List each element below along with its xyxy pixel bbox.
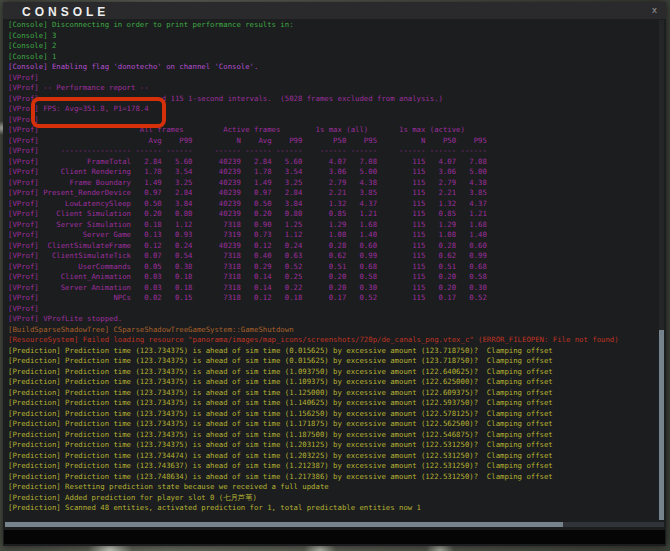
console-line: [VProf] -- Performance report -- <box>8 83 658 94</box>
console-line: [VProf] <box>8 304 658 315</box>
console-line: [Prediction] Prediction time (123.748634… <box>8 472 658 483</box>
console-line: [VProf] FPS: Avg=351.8, P1=178.4 <box>8 104 658 115</box>
console-line: [Prediction] Prediction time (123.734375… <box>8 377 658 388</box>
console-line: [VProf] Server Animation 0.03 0.18 7318 … <box>8 283 658 294</box>
console-titlebar: CONSOLE x <box>3 2 666 19</box>
window-title: CONSOLE <box>22 5 109 19</box>
console-line: [Prediction] Prediction time (123.734375… <box>8 419 658 430</box>
console-line: [Prediction] Scanned 48 entities, activa… <box>8 503 658 514</box>
console-line: [Prediction] Resetting prediction state … <box>8 482 658 493</box>
console-line: [VProf] <box>8 73 658 84</box>
console-input[interactable] <box>4 530 665 544</box>
console-line: [VProf] ---------------- ------ ------ -… <box>8 146 658 157</box>
console-line: [VProf] <box>8 115 658 126</box>
console-line: [VProf] Client Rendering 1.78 3.54 40239… <box>8 167 658 178</box>
console-line: [VProf] Avg P99 N Avg P99 P50 P95 N P50 … <box>8 136 658 147</box>
console-line: [Prediction] Prediction time (123.734375… <box>8 346 658 357</box>
console-line: [Console] 3 <box>8 31 658 42</box>
console-line: [VProf] VProfLite stopped. <box>8 314 658 325</box>
horizontal-scrollbar-thumb[interactable] <box>5 522 563 527</box>
console-line: [VProf] Present_RenderDevice 0.97 2.84 4… <box>8 188 658 199</box>
console-line: [Console] Disconnecting in order to prin… <box>8 20 658 31</box>
console-log: [Console] Disconnecting in order to prin… <box>8 20 658 518</box>
console-line: [VProf] All frames Active frames 1s max … <box>8 125 658 136</box>
console-line: [VProf] UserCommands 0.05 0.38 7318 0.29… <box>8 262 658 273</box>
console-line: [Prediction] Prediction time (123.734375… <box>8 409 658 420</box>
console-line: [VProf] Server Simulation 0.18 1.12 7318… <box>8 220 658 231</box>
vertical-scrollbar-thumb[interactable] <box>659 330 664 520</box>
console-window: CONSOLE x [Console] Disconnecting in ord… <box>3 2 666 546</box>
console-line: [Console] 1 <box>8 52 658 63</box>
console-line: [Prediction] Added prediction for player… <box>8 493 658 504</box>
console-line: [Prediction] Prediction time (123.734375… <box>8 398 658 409</box>
close-icon[interactable]: x <box>649 5 660 16</box>
console-line: [VProf] FrameTotal 2.84 5.60 40239 2.84 … <box>8 157 658 168</box>
console-line: [ResourceSystem] Failed loading resource… <box>8 335 658 346</box>
console-line: [Prediction] Prediction time (123.734375… <box>8 356 658 367</box>
horizontal-scrollbar[interactable] <box>5 522 664 527</box>
console-line: [VProf] LowLatencySleep 0.50 3.84 40239 … <box>8 199 658 210</box>
console-line: [Prediction] Prediction time (123.743637… <box>8 461 658 472</box>
console-line: [Console] Enabling flag 'donotecho' on c… <box>8 62 658 73</box>
console-line: [VProf] ClientSimulateFrame 0.12 0.24 40… <box>8 241 658 252</box>
console-line: [VProf] Server Game 0.13 0.93 7319 0.73 … <box>8 230 658 241</box>
console-line: [Prediction] Prediction time (123.734474… <box>8 451 658 462</box>
console-line: [VProf] ClientSimulateTick 0.07 0.54 731… <box>8 251 658 262</box>
console-line: [VProf] Frame Boundary 1.49 3.25 40239 1… <box>8 178 658 189</box>
console-line: [Prediction] Prediction time (123.734375… <box>8 367 658 378</box>
console-line: [VProf] NPCs 0.02 0.15 7318 0.12 0.18 0.… <box>8 293 658 304</box>
console-line: [Prediction] Prediction time (123.734375… <box>8 440 658 451</box>
console-line: [Console] 2 <box>8 41 658 52</box>
console-line: [Prediction] Prediction time (123.734375… <box>8 388 658 399</box>
console-line: [Prediction] Prediction time (123.734375… <box>8 430 658 441</box>
vertical-scrollbar[interactable] <box>659 20 664 520</box>
console-line: [VProf] Client Simulation 0.20 0.80 4023… <box>8 209 658 220</box>
console-line: [VProf] Client_Animation 0.03 0.18 7318 … <box>8 272 658 283</box>
console-line: [BuildSparseShadowTree] CSparseShadowTre… <box>8 325 658 336</box>
console-line: [VProf] d 115 1-second intervals. (5028 … <box>8 94 658 105</box>
